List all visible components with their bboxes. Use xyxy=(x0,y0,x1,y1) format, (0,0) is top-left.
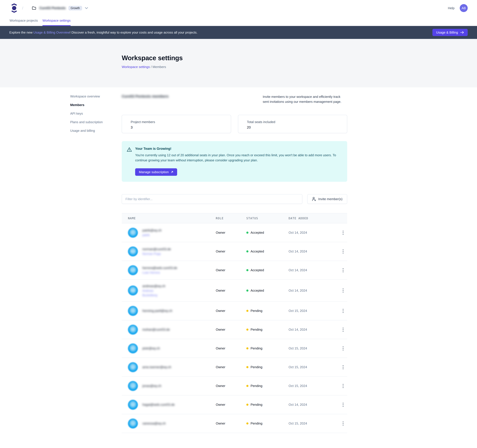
member-name-cell: V vanessa@wy.ch xyxy=(122,418,216,429)
chevron-down-icon[interactable] xyxy=(85,7,88,9)
usage-billing-button[interactable]: Usage & Billing xyxy=(432,29,468,36)
app-logo-icon[interactable] xyxy=(11,3,17,13)
members-table-header: NAME ROLE STATUS DATE ADDED xyxy=(122,213,347,223)
member-email: vanessa@wy.ch xyxy=(142,422,166,425)
member-avatar-initials: P xyxy=(132,347,134,350)
page-title: Workspace settings xyxy=(122,39,477,62)
row-menu-button[interactable] xyxy=(339,345,347,351)
status-dot xyxy=(246,404,248,406)
breadcrumb: Workspace settings / Members xyxy=(122,65,477,69)
row-menu-button[interactable] xyxy=(339,364,347,370)
member-avatar-initials: H xyxy=(132,309,134,313)
breadcrumb-link[interactable]: Workspace settings xyxy=(122,65,150,69)
breadcrumb-current: Members xyxy=(153,65,166,69)
member-name-cell: A arne.toerner@wy.ch xyxy=(122,362,216,372)
sidebar-item-members[interactable]: Members xyxy=(70,103,122,107)
member-name-cell: P piotr@wy.ch xyxy=(122,344,216,353)
column-header-status: STATUS xyxy=(246,217,289,220)
invite-members-label: Invite member(s) xyxy=(318,197,342,201)
column-header-name: NAME xyxy=(122,217,216,220)
members-table: NAME ROLE STATUS DATE ADDED P patrik@wy.… xyxy=(122,213,347,433)
row-menu-button[interactable] xyxy=(339,383,347,389)
member-role: Owner xyxy=(216,249,246,253)
breadcrumb-separator: / xyxy=(22,6,23,10)
member-status: Pending xyxy=(246,384,289,388)
member-email: herrera@web.cure53.de xyxy=(142,266,177,270)
member-avatar-initials: M xyxy=(132,328,134,331)
main-area: Workspace overviewMembersAPI keysPlans a… xyxy=(0,87,477,433)
member-email: henning.partl@wy.ch xyxy=(142,309,172,313)
stat-value: 3 xyxy=(131,125,231,129)
member-status: Pending xyxy=(246,328,289,332)
member-username-link[interactable]: Andreas xyxy=(142,289,165,292)
filter-input[interactable] xyxy=(122,194,302,204)
workspace-name[interactable]: Cure53 Pentests xyxy=(39,6,66,10)
status-label: Pending xyxy=(250,346,262,350)
row-menu-button[interactable] xyxy=(339,327,347,333)
status-label: Pending xyxy=(250,328,262,332)
member-avatar-initials: P xyxy=(132,231,134,234)
status-label: Pending xyxy=(250,422,262,425)
row-menu-button[interactable] xyxy=(339,248,347,254)
person-plus-icon xyxy=(312,197,316,201)
member-username-link[interactable]: Luan Herrera xyxy=(142,271,177,274)
member-avatar-initials: J xyxy=(132,384,134,387)
member-status: Accepted xyxy=(246,231,289,235)
member-email: andreas@wy.ch xyxy=(142,284,165,288)
warning-icon xyxy=(127,147,132,176)
member-status: Pending xyxy=(246,365,289,369)
help-link[interactable]: Help xyxy=(448,6,454,10)
sidebar-item-usage-and-billing[interactable]: Usage and billing xyxy=(70,129,122,133)
stats-row: Project members 3 Total seats included 2… xyxy=(122,115,347,133)
settings-nav: Workspace overviewMembersAPI keysPlans a… xyxy=(70,87,122,433)
member-row: AB andreas@wy.ch AndreasBuckelberg Owner… xyxy=(122,280,347,302)
row-menu-button[interactable] xyxy=(339,402,347,408)
row-menu-button[interactable] xyxy=(339,230,347,236)
usage-billing-button-label: Usage & Billing xyxy=(436,30,458,34)
member-name-cell: LH herrera@web.cure53.de Luan Herrera xyxy=(122,265,216,275)
member-status: Accepted xyxy=(246,268,289,272)
page-header: Workspace settings Workspace settings / … xyxy=(0,39,477,87)
status-label: Accepted xyxy=(250,268,264,272)
sidebar-item-plans-and-subscription[interactable]: Plans and subscription xyxy=(70,120,122,124)
member-role: Owner xyxy=(216,403,246,407)
member-row: J jonas@wy.ch Owner Pending Oct 15, 2024 xyxy=(122,377,347,395)
member-row: P patrik@wy.ch patrik Owner Accepted Oct… xyxy=(122,223,347,242)
row-menu-button[interactable] xyxy=(339,288,347,293)
status-label: Pending xyxy=(250,403,262,407)
member-name-cell: P patrik@wy.ch patrik xyxy=(122,228,216,238)
member-row: NO norman@cure53.de Norman Popp Owner Ac… xyxy=(122,242,347,261)
tab-workspace-settings[interactable]: Workspace settings xyxy=(42,19,71,26)
member-status: Pending xyxy=(246,403,289,407)
member-date-added: Oct 14, 2024 xyxy=(289,268,339,272)
user-avatar[interactable]: AB xyxy=(460,4,468,12)
member-email: jonas@wy.ch xyxy=(142,384,161,388)
row-menu-button[interactable] xyxy=(339,308,347,314)
member-email: arne.toerner@wy.ch xyxy=(142,365,171,369)
banner-link[interactable]: Usage & Billing Overview xyxy=(33,30,70,34)
member-avatar: P xyxy=(128,228,138,238)
member-username-link[interactable]: Buckelberg xyxy=(142,293,165,297)
usage-billing-banner: Explore the new Usage & Billing Overview… xyxy=(0,26,477,39)
member-avatar: A xyxy=(128,362,138,372)
status-dot xyxy=(246,269,248,271)
invite-members-button[interactable]: Invite member(s) xyxy=(307,194,347,204)
manage-subscription-button[interactable]: Manage subscription xyxy=(135,168,177,176)
sidebar-item-workspace-overview[interactable]: Workspace overview xyxy=(70,94,122,98)
member-role: Owner xyxy=(216,422,246,425)
status-dot xyxy=(246,422,248,424)
member-date-added: Oct 14, 2024 xyxy=(289,403,339,407)
members-description: Invite members to your workspace and eff… xyxy=(263,94,347,104)
tab-workspace-projects[interactable]: Workspace projects xyxy=(10,19,38,26)
row-menu-button[interactable] xyxy=(339,421,347,426)
sidebar-item-api-keys[interactable]: API keys xyxy=(70,112,122,115)
member-row: V vanessa@wy.ch Owner Pending Oct 15, 20… xyxy=(122,414,347,433)
member-username-link[interactable]: patrik xyxy=(142,233,162,237)
stat-label: Total seats included xyxy=(247,120,347,124)
row-menu-button[interactable] xyxy=(339,267,347,273)
member-username-link[interactable]: Norman Popp xyxy=(142,252,171,256)
member-avatar: V xyxy=(128,418,138,429)
member-date-added: Oct 14, 2024 xyxy=(289,328,339,332)
alert-title: Your Team is Growing! xyxy=(135,147,340,151)
member-role: Owner xyxy=(216,365,246,369)
